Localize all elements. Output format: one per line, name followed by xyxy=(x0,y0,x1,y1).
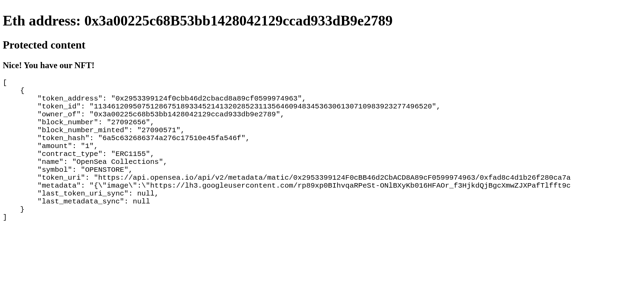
status-message: Nice! You have our NFT! xyxy=(3,61,641,70)
section-heading: Protected content xyxy=(3,39,641,51)
page-title: Eth address: 0x3a00225c68B53bb1428042129… xyxy=(3,12,641,29)
json-payload: [ { "token_address": "0x2953399124f0cbb4… xyxy=(3,79,641,221)
